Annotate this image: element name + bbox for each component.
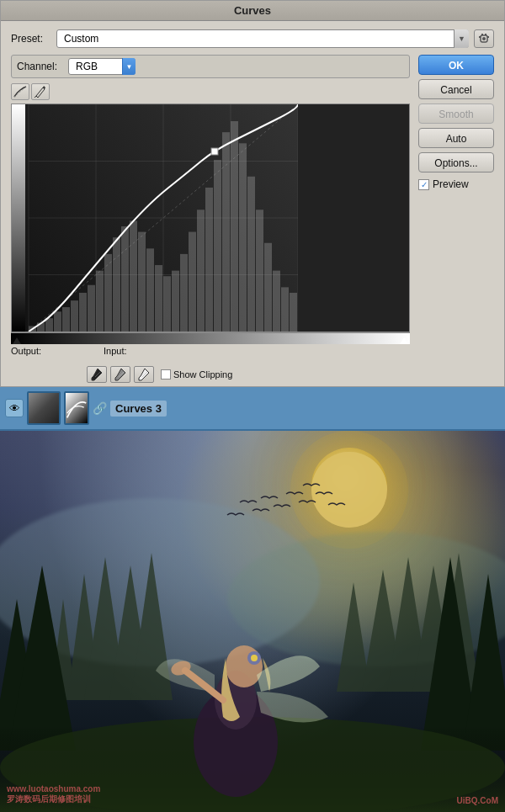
watermark-left-line2: 罗涛数码后期修图培训 xyxy=(7,793,100,805)
show-clipping-label: Show Clipping xyxy=(173,369,232,379)
tool-icons xyxy=(11,83,410,100)
curves-graph[interactable] xyxy=(12,104,298,332)
curves-dialog: Curves Preset: Custom ▼ xyxy=(0,0,505,387)
layer-chain-icon: 🔗 xyxy=(93,401,107,415)
pencil-tool-icon[interactable] xyxy=(31,83,50,100)
gray-eyedropper-icon xyxy=(114,368,126,381)
watermark-right: UiBQ.CoM xyxy=(457,796,498,805)
layer-name: Curves 3 xyxy=(110,401,167,417)
labels-row: Output: Input: xyxy=(11,344,410,363)
channel-label: Channel: xyxy=(17,61,63,72)
preset-row: Preset: Custom ▼ xyxy=(11,29,494,48)
watermark-left: www.luotaoshuma.com 罗涛数码后期修图培训 xyxy=(7,784,100,805)
channel-select-wrap: RGB ▼ xyxy=(68,58,136,75)
right-panel: OK Cancel Smooth Auto Options... ✓ Previ… xyxy=(418,55,494,407)
watermark-left-line1: www.luotaoshuma.com xyxy=(7,784,100,793)
svg-point-34 xyxy=(226,645,263,687)
dialog-title: Curves xyxy=(234,4,271,17)
options-button[interactable]: Options... xyxy=(418,152,494,172)
layer-strip: 👁 🔗 Curves 3 xyxy=(0,387,505,431)
svg-line-7 xyxy=(35,96,36,98)
layer-thumbnail xyxy=(27,391,61,425)
white-point-triangle[interactable] xyxy=(400,337,408,344)
cancel-button[interactable]: Cancel xyxy=(418,79,494,99)
layer-mask-thumbnail xyxy=(64,391,89,425)
input-label: Input: xyxy=(104,346,127,356)
white-eyedropper-icon xyxy=(138,368,150,381)
preset-label: Preset: xyxy=(11,33,51,45)
dialog-titlebar: Curves xyxy=(1,1,504,21)
black-point-triangle[interactable] xyxy=(13,337,21,344)
svg-point-13 xyxy=(290,431,408,549)
show-clipping-checkbox[interactable] xyxy=(161,369,171,379)
channel-row: Channel: RGB ▼ xyxy=(11,55,410,78)
gradient-bar-horizontal xyxy=(11,332,410,344)
preview-label: Preview xyxy=(433,178,469,190)
curves-canvas[interactable] xyxy=(11,103,410,332)
preview-checkbox[interactable]: ✓ xyxy=(418,179,429,190)
channel-select[interactable]: RGB xyxy=(68,58,136,75)
auto-button[interactable]: Auto xyxy=(418,128,494,148)
main-area: Channel: RGB ▼ xyxy=(11,55,494,407)
preview-row: ✓ Preview xyxy=(418,178,494,190)
eyedropper-row: Show Clipping xyxy=(11,366,410,383)
left-panel: Channel: RGB ▼ xyxy=(11,55,410,407)
layer-visibility-toggle[interactable]: 👁 xyxy=(5,399,24,417)
svg-line-6 xyxy=(14,87,26,97)
fairy-scene-svg xyxy=(0,431,505,812)
preset-select[interactable]: Custom xyxy=(56,29,469,48)
svg-point-37 xyxy=(251,655,258,661)
svg-point-5 xyxy=(482,37,486,40)
gray-eyedropper-button[interactable] xyxy=(110,366,130,383)
black-eyedropper-icon xyxy=(91,368,103,381)
ok-button[interactable]: OK xyxy=(418,55,494,75)
gear-icon xyxy=(478,33,490,45)
bottom-image: 👁 🔗 Curves 3 xyxy=(0,387,505,812)
black-eyedropper-button[interactable] xyxy=(87,366,107,383)
curve-tool-icon[interactable] xyxy=(11,83,29,100)
show-clipping-wrap: Show Clipping xyxy=(161,369,232,379)
white-eyedropper-button[interactable] xyxy=(134,366,154,383)
output-label: Output: xyxy=(11,346,41,356)
smooth-button[interactable]: Smooth xyxy=(418,103,494,124)
preset-select-wrap: Custom ▼ xyxy=(56,29,469,48)
preset-gear-button[interactable] xyxy=(474,29,494,48)
